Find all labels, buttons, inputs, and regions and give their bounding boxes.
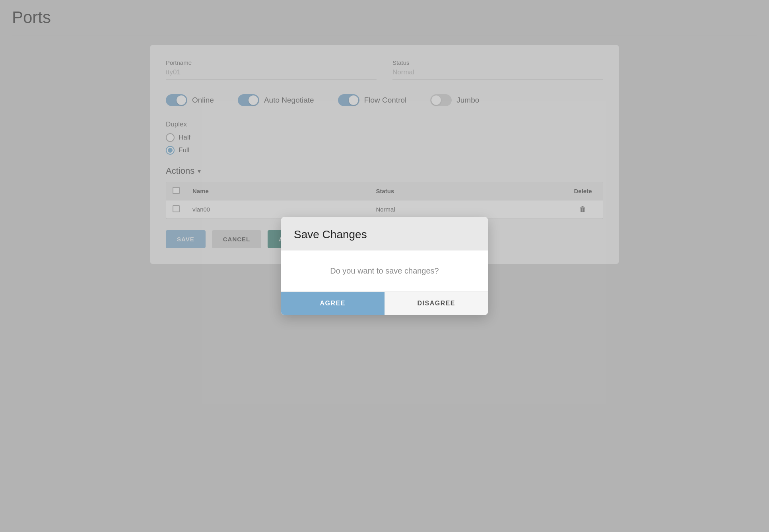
- dialog-footer: AGREE DISAGREE: [281, 291, 488, 315]
- dialog-overlay: Save Changes Do you want to save changes…: [0, 0, 769, 532]
- dialog-body: Do you want to save changes?: [281, 250, 488, 291]
- agree-button[interactable]: AGREE: [281, 292, 384, 315]
- save-changes-dialog: Save Changes Do you want to save changes…: [281, 217, 488, 315]
- dialog-title: Save Changes: [294, 228, 475, 241]
- dialog-header: Save Changes: [281, 217, 488, 250]
- disagree-button[interactable]: DISAGREE: [384, 292, 488, 315]
- dialog-message: Do you want to save changes?: [294, 266, 475, 276]
